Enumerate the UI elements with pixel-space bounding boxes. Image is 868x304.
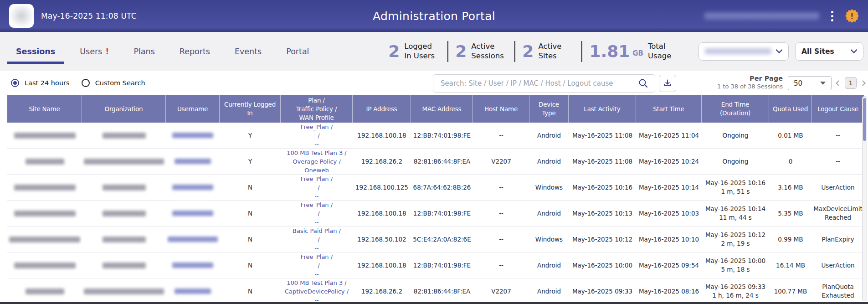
table-row: N Basic Paid Plan /- /-- 192.168.50.102 … bbox=[7, 227, 864, 252]
cell-username[interactable] bbox=[166, 201, 220, 226]
cell-plan[interactable]: 100 MB Test Plan 3 /CaptiveDevicePolicy … bbox=[281, 278, 353, 304]
organization-dropdown[interactable] bbox=[699, 42, 789, 61]
pager: 1 bbox=[837, 77, 865, 89]
cell-username[interactable] bbox=[166, 252, 220, 278]
cell-device: Android bbox=[529, 149, 569, 174]
cell-ip: 192.168.26.2 bbox=[353, 278, 411, 304]
tab-users[interactable]: Users! bbox=[67, 32, 121, 71]
time-filter-group: Last 24 hours Custom Search bbox=[11, 71, 145, 95]
cell-org-redacted bbox=[103, 211, 146, 216]
column-header-logout-cause: Logout Cause bbox=[812, 95, 864, 123]
cell-site-redacted bbox=[26, 159, 64, 165]
cell-username[interactable] bbox=[166, 149, 220, 174]
stat-active-sessions-label: Active Sessions bbox=[471, 42, 508, 61]
cell-site bbox=[7, 175, 82, 200]
cell-end-time: May-16-2025 09:331 h, 16 m, 24 s bbox=[702, 278, 769, 304]
cell-host: -- bbox=[473, 252, 529, 278]
cell-quota: 0.01 MB bbox=[769, 123, 812, 148]
cell-logged-in: N bbox=[220, 278, 281, 304]
column-header-currently-logged-in: Currently Logged In bbox=[220, 95, 281, 123]
search-input[interactable] bbox=[433, 74, 655, 93]
cell-org bbox=[82, 227, 166, 252]
cell-last-activity: May-16-2025 10:00 bbox=[569, 252, 636, 278]
column-header-plan: Plan / Traffic Policy / WAN Profile bbox=[281, 95, 353, 123]
cell-plan[interactable]: Free_Plan /- /-- bbox=[281, 123, 353, 148]
table-header-row: Site Name Organization Username Currentl… bbox=[7, 95, 864, 123]
tab-sessions[interactable]: Sessions bbox=[4, 32, 67, 71]
download-button[interactable] bbox=[659, 75, 676, 92]
cell-quota: 0 bbox=[769, 149, 812, 174]
cell-mac: 82:81:86:44:8F:EA bbox=[411, 149, 473, 174]
cell-ip: 192.168.50.102 bbox=[353, 227, 411, 252]
cell-ip: 192.168.26.2 bbox=[353, 149, 411, 174]
cell-org-redacted bbox=[103, 263, 146, 268]
cell-logged-in: N bbox=[220, 175, 281, 200]
cell-quota: 5.35 MB bbox=[769, 201, 812, 226]
tab-portal[interactable]: Portal bbox=[274, 32, 321, 71]
cell-plan[interactable]: Free_Plan /- /-- bbox=[281, 252, 353, 278]
stat-logged-in-users-label: Logged In Users bbox=[404, 42, 441, 61]
table-row: N Free_Plan /- /-- 192.168.100.18 12:BB:… bbox=[7, 252, 864, 278]
header-datetime: May-16-2025 11:08 UTC bbox=[41, 11, 137, 21]
cell-plan[interactable]: Basic Paid Plan /- /-- bbox=[281, 227, 353, 252]
cell-logged-in: N bbox=[220, 227, 281, 252]
per-page-select[interactable]: 50 bbox=[788, 76, 832, 90]
cell-start-time: May-16-2025 10:03 bbox=[636, 201, 702, 226]
cell-plan[interactable]: Free_Plan /- /-- bbox=[281, 201, 353, 226]
table-body: Y Free_Plan /- /-- 192.168.100.18 12:BB:… bbox=[7, 123, 864, 304]
current-page-button[interactable]: 1 bbox=[845, 77, 857, 89]
top-header: May-16-2025 11:08 UTC Administration Por… bbox=[0, 0, 868, 32]
nav-tabbar: Sessions Users! Plans Reports Events Por… bbox=[0, 32, 868, 71]
cell-device: Windows bbox=[529, 227, 569, 252]
table-row: Y Free_Plan /- /-- 192.168.100.18 12:BB:… bbox=[7, 123, 864, 149]
cell-site-redacted bbox=[14, 263, 76, 268]
tab-events[interactable]: Events bbox=[222, 32, 274, 71]
alert-badge-icon[interactable]: ! bbox=[845, 9, 859, 23]
radio-last-24-hours[interactable]: Last 24 hours bbox=[11, 79, 70, 87]
sites-dropdown[interactable]: All Sites bbox=[795, 42, 863, 61]
per-page-label: Per Page bbox=[702, 74, 783, 83]
app-logo[interactable] bbox=[9, 4, 34, 28]
cell-logged-in: N bbox=[220, 201, 281, 226]
radio-selected-icon bbox=[11, 79, 19, 87]
cell-site-redacted bbox=[14, 211, 76, 216]
scrollbar-thumb[interactable] bbox=[863, 98, 866, 141]
cell-username[interactable] bbox=[166, 278, 220, 304]
next-page-icon[interactable] bbox=[860, 80, 866, 86]
cell-site bbox=[7, 201, 82, 226]
cell-end-time: May-16-2025 10:122 m, 19 s bbox=[702, 227, 769, 252]
radio-unselected-icon bbox=[82, 79, 90, 87]
tab-plans[interactable]: Plans bbox=[121, 32, 167, 71]
cell-last-activity: May-16-2025 09:33 bbox=[569, 278, 636, 304]
cell-site-redacted bbox=[14, 185, 76, 191]
cell-username[interactable] bbox=[166, 123, 220, 148]
cell-username-redacted bbox=[172, 185, 213, 190]
cell-username[interactable] bbox=[166, 175, 220, 200]
tab-portal-label: Portal bbox=[286, 47, 309, 56]
cell-username[interactable] bbox=[166, 227, 220, 252]
column-header-last-activity: Last Activity bbox=[569, 95, 636, 123]
cell-quota: 0.99 MB bbox=[769, 227, 812, 252]
tab-events-label: Events bbox=[235, 47, 262, 56]
cell-end-time: Ongoing bbox=[702, 149, 769, 174]
cell-logout-cause: UserAction bbox=[812, 175, 864, 200]
cell-site bbox=[7, 149, 82, 174]
prev-page-icon[interactable] bbox=[836, 80, 842, 86]
kebab-menu-icon[interactable] bbox=[828, 7, 836, 25]
column-header-username: Username bbox=[166, 95, 220, 123]
cell-last-activity: May-16-2025 10:12 bbox=[569, 227, 636, 252]
cell-end-time: May-16-2025 10:005 m, 18 s bbox=[702, 252, 769, 278]
tab-reports[interactable]: Reports bbox=[167, 32, 222, 71]
sites-dropdown-value: All Sites bbox=[801, 47, 834, 56]
cell-username-redacted bbox=[172, 133, 213, 138]
cell-quota: 16.14 MB bbox=[769, 252, 812, 278]
window-edge bbox=[0, 302, 868, 304]
table-row: N 100 MB Test Plan 3 /CaptiveDevicePolic… bbox=[7, 278, 864, 304]
cell-plan[interactable]: Free_Plan /- /-- bbox=[281, 175, 353, 200]
radio-custom-search[interactable]: Custom Search bbox=[82, 79, 145, 87]
search-icon[interactable] bbox=[638, 78, 648, 88]
cell-site-redacted bbox=[26, 289, 64, 294]
svg-text:!: ! bbox=[850, 12, 854, 21]
cell-plan[interactable]: 100 MB Test Plan 3 /Overage Policy /Onew… bbox=[281, 149, 353, 174]
users-alert-badge: ! bbox=[105, 46, 109, 56]
